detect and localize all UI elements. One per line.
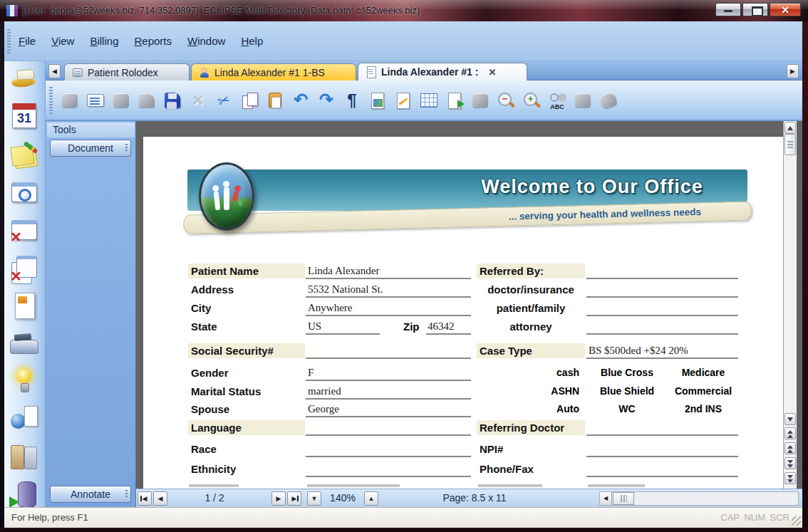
menu-item-reports[interactable]: Reports (126, 32, 180, 50)
zip-label: Zip (403, 319, 426, 333)
form-row: Race NPI# (143, 442, 783, 459)
previous-page-button[interactable]: ◀ (153, 491, 167, 506)
vertical-scrollbar[interactable] (783, 121, 797, 489)
document-icon (366, 66, 377, 78)
calendar-button[interactable] (4, 101, 44, 137)
zoom-out-icon (496, 90, 516, 110)
insert-image-icon (368, 90, 388, 110)
previous-page-scroll-button[interactable] (784, 427, 796, 439)
calendar-icon (9, 101, 40, 132)
formatting-marks-button[interactable] (339, 86, 365, 115)
save-icon (162, 90, 182, 110)
next-page-scroll-button[interactable] (784, 457, 796, 469)
menu-item-billing[interactable]: Billing (82, 32, 126, 50)
billing-button[interactable] (4, 63, 44, 99)
toolbar (46, 80, 802, 121)
document-tool-button[interactable]: Document (50, 140, 131, 157)
new-document-button[interactable] (4, 290, 44, 325)
npi-line (586, 442, 738, 457)
menu-item-view[interactable]: View (43, 32, 82, 50)
state-value: US (306, 319, 380, 335)
clipped-row-fragment (478, 484, 542, 487)
vscroll-thumb[interactable] (784, 134, 796, 155)
zoom-in-button[interactable]: ▲ (364, 491, 378, 506)
city-label: City (188, 301, 305, 315)
referred-by-label: Referred By: (477, 264, 585, 278)
email-button[interactable] (83, 86, 108, 115)
notes-button[interactable] (4, 139, 44, 174)
close-button[interactable] (770, 3, 801, 16)
close-window-button[interactable] (4, 214, 44, 250)
close-all-windows-button[interactable] (4, 252, 44, 288)
minimize-button[interactable] (715, 3, 741, 16)
form-row: Ethnicity Phone/Fax (143, 461, 783, 479)
undo-icon (291, 90, 311, 110)
clinic-logo (199, 162, 254, 231)
referral-doctor-insurance-label: doctor/insurance (477, 282, 585, 297)
spell-check-icon (547, 90, 567, 110)
tab-scroll-left-button[interactable]: ◀ (48, 64, 61, 78)
scroll-down-button[interactable] (784, 413, 796, 425)
annotate-tool-button[interactable]: Annotate (50, 486, 131, 503)
scroll-up-button[interactable] (784, 122, 796, 134)
menu-item-file[interactable]: File (11, 32, 43, 50)
file-cabinet-button[interactable] (4, 441, 44, 476)
tab-document-active[interactable]: Linda Alexander #1 : ✕ (358, 63, 527, 80)
maximize-button[interactable] (742, 3, 768, 16)
toolbar-grip[interactable] (49, 87, 53, 114)
copy-button[interactable] (237, 86, 262, 115)
export-document-button[interactable] (442, 86, 467, 115)
marital-status-value: married (306, 384, 471, 400)
resize-grip[interactable] (792, 516, 801, 526)
case-option-auto: Auto (477, 402, 585, 414)
form-row: Language Referring Doctor (143, 420, 783, 437)
scanner-icon (9, 328, 40, 359)
cut-icon (214, 90, 234, 110)
document-wrap: ... serving your health and wellness nee… (136, 121, 802, 507)
copy-icon (239, 90, 259, 110)
tab-patient-rolodex[interactable]: Patient Rolodex (64, 63, 190, 80)
menu-item-help[interactable]: Help (233, 32, 271, 50)
tab-label: Patient Rolodex (88, 67, 158, 78)
num-lock-indicator: NUM (744, 512, 765, 523)
edit-document-button[interactable] (390, 86, 416, 115)
patient-name-label: Patient Name (188, 264, 305, 278)
tab-close-button[interactable]: ✕ (488, 67, 496, 78)
spell-check-button[interactable] (544, 86, 570, 115)
phone-fax-label: Phone/Fax (477, 461, 585, 476)
scanner-button[interactable] (4, 328, 44, 363)
tab-scroll-right-button[interactable]: ▶ (787, 64, 799, 78)
hscroll-thumb[interactable] (613, 492, 634, 505)
hscroll-left-button[interactable]: ◀ (600, 492, 612, 505)
horizontal-scrollbar[interactable]: ◀ (599, 491, 799, 506)
menu-item-window[interactable]: Window (180, 32, 233, 50)
undo-button[interactable] (288, 86, 314, 115)
insert-table-button[interactable] (416, 86, 442, 115)
last-page-scroll-button[interactable] (784, 472, 796, 484)
tips-icon (9, 365, 40, 397)
insert-image-button[interactable] (365, 86, 390, 115)
first-page-button[interactable]: ◀ (138, 491, 152, 506)
last-page-button[interactable]: ▶ (287, 491, 301, 506)
tab-patient-screen[interactable]: Linda Alexander #1 1-BS (191, 63, 356, 80)
save-button[interactable] (160, 86, 185, 115)
tips-button[interactable] (4, 365, 44, 401)
patient-icon (199, 67, 210, 78)
next-page-button[interactable]: ▶ (271, 491, 286, 506)
patient-name-value: Linda Alexander (306, 264, 471, 279)
reports-button[interactable] (4, 403, 44, 439)
redo-button[interactable] (314, 86, 339, 115)
paste-button[interactable] (262, 86, 288, 115)
app-icon[interactable] (6, 4, 19, 17)
zoom-in-button[interactable] (519, 86, 544, 115)
scroll-left-icon: ◀ (52, 68, 57, 75)
scan-icon (111, 90, 131, 110)
tab-label: Linda Alexander #1 : (381, 66, 478, 78)
zoom-out-button[interactable]: ▼ (307, 491, 321, 506)
zoom-out-button[interactable] (493, 86, 519, 115)
first-page-scroll-button[interactable] (784, 442, 796, 454)
logo-figure (237, 198, 243, 206)
find-window-button[interactable] (4, 177, 44, 212)
title-bar: [User: debra@52weeks.biz, 714.352.0897] … (0, 0, 808, 21)
cut-button[interactable] (211, 86, 237, 115)
